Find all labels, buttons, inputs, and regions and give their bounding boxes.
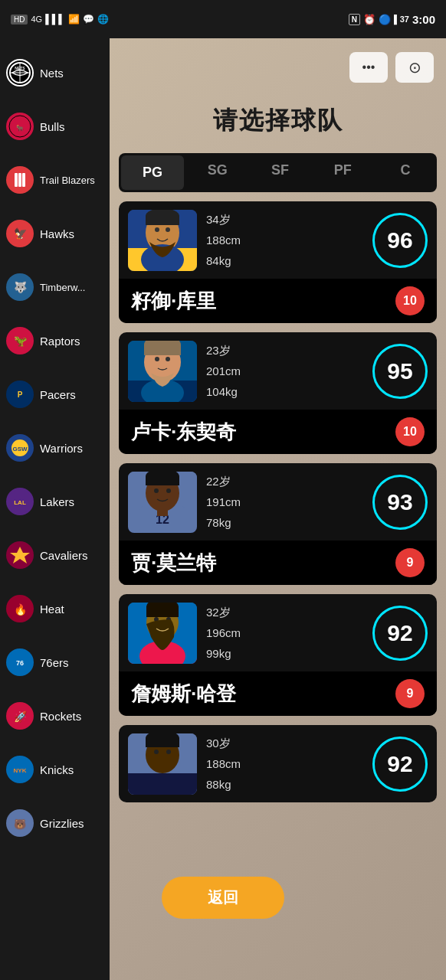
- sidebar-item-timberwolves[interactable]: 🐺 Timberw...: [0, 260, 110, 314]
- player-card-doncic[interactable]: 23岁 201cm 104kg 95 卢卡·东契奇 10: [119, 332, 437, 454]
- sidebar-item-heat[interactable]: 🔥 Heat: [0, 582, 110, 635]
- last-age: 30岁: [206, 733, 363, 753]
- cavaliers-logo: [6, 541, 34, 569]
- sidebar-item-raptors[interactable]: 🦖 Raptors: [0, 314, 110, 368]
- sidebar-item-rockets[interactable]: 🚀 Rockets: [0, 689, 110, 743]
- tab-pg[interactable]: PG: [121, 155, 184, 190]
- pacers-logo: P: [6, 381, 34, 408]
- nets-label: Nets: [40, 67, 64, 80]
- top-actions: ••• ⊙: [110, 46, 446, 89]
- svg-point-49: [166, 357, 170, 361]
- morant-top: 12 22岁 191cm: [119, 463, 437, 541]
- tab-c[interactable]: C: [374, 153, 437, 192]
- position-tabs: PG SG SF PF C: [119, 153, 437, 192]
- return-button[interactable]: 返回: [162, 877, 284, 919]
- menu-button[interactable]: •••: [349, 52, 388, 83]
- tab-sg[interactable]: SG: [186, 153, 249, 192]
- blazers-label: Trail Blazers: [40, 175, 95, 186]
- sidebar-item-bulls[interactable]: 🐂 Bulls: [0, 100, 110, 153]
- curry-stats: 34岁 188cm 84kg: [206, 209, 363, 271]
- svg-text:🚀: 🚀: [14, 710, 28, 724]
- svg-point-72: [166, 750, 171, 754]
- morant-height: 191cm: [206, 492, 363, 512]
- doncic-bottom: 卢卡·东契奇 10: [119, 410, 437, 454]
- sidebar-item-nets[interactable]: NETS Nets: [0, 46, 110, 100]
- sidebar-item-pacers[interactable]: P Pacers: [0, 368, 110, 421]
- status-bar: HD 4G ▌▌▌ 📶 💬 🌐 N ⏰ 🔵 ▌37 3:00: [0, 0, 446, 38]
- player-card-curry[interactable]: 34岁 188cm 84kg 96 籽御·库里 10: [119, 201, 437, 323]
- status-right: N ⏰ 🔵 ▌37 3:00: [349, 13, 435, 26]
- menu-icon: •••: [362, 60, 375, 74]
- heat-logo: 🔥: [6, 595, 34, 622]
- last-top: 30岁 188cm 88kg 92: [119, 725, 437, 802]
- raptors-label: Raptors: [40, 335, 80, 348]
- sidebar-item-76ers[interactable]: 76 76ers: [0, 635, 110, 689]
- sidebar-item-knicks[interactable]: NYK Knicks: [0, 743, 110, 796]
- svg-rect-43: [146, 216, 179, 225]
- curry-name: 籽御·库里: [131, 288, 216, 315]
- time-display: 3:00: [412, 13, 435, 26]
- player-card-last[interactable]: 30岁 188cm 88kg 92: [119, 725, 437, 802]
- alarm-icon: ⏰: [363, 14, 375, 25]
- doncic-rating: 95: [372, 344, 428, 399]
- last-rating: 92: [372, 737, 428, 792]
- sidebar-item-warriors[interactable]: GSW Warriors: [0, 421, 110, 475]
- harden-height: 196cm: [206, 622, 363, 643]
- curry-weight: 84kg: [206, 250, 363, 271]
- nets-logo: NETS: [6, 59, 34, 87]
- browser-icon: 🌐: [97, 14, 109, 24]
- wifi-icon: 📶: [68, 14, 80, 24]
- doncic-weight: 104kg: [206, 381, 363, 402]
- svg-point-48: [155, 357, 159, 361]
- player-card-harden[interactable]: 32岁 196cm 99kg 92 詹姆斯·哈登 9: [119, 594, 437, 716]
- grizzlies-logo: 🐻: [6, 809, 34, 837]
- harden-top: 32岁 196cm 99kg 92: [119, 594, 437, 671]
- last-height: 188cm: [206, 753, 363, 774]
- grizzlies-label: Grizzlies: [40, 817, 84, 830]
- doncic-stats: 23岁 201cm 104kg: [206, 340, 363, 402]
- harden-photo: [128, 603, 197, 664]
- blazers-logo: [6, 166, 34, 194]
- morant-number: 9: [395, 548, 425, 577]
- svg-point-41: [166, 227, 170, 232]
- curry-bottom: 籽御·库里 10: [119, 279, 437, 323]
- last-photo: [128, 733, 197, 795]
- hd-badge: HD: [11, 15, 28, 24]
- knicks-label: Knicks: [40, 763, 74, 776]
- sidebar-item-cavaliers[interactable]: Cavaliers: [0, 528, 110, 582]
- camera-button[interactable]: ⊙: [395, 52, 434, 83]
- tab-pf[interactable]: PF: [311, 153, 374, 192]
- svg-rect-74: [146, 738, 179, 747]
- harden-stats: 32岁 196cm 99kg: [206, 602, 363, 664]
- doncic-age: 23岁: [206, 340, 363, 361]
- harden-bottom: 詹姆斯·哈登 9: [119, 671, 437, 716]
- morant-age: 22岁: [206, 471, 363, 492]
- player-card-morant[interactable]: 12 22岁 191cm: [119, 463, 437, 585]
- sidebar-item-lakers[interactable]: LAL Lakers: [0, 475, 110, 528]
- main-container: NETS Nets 🐂 Bulls: [0, 38, 446, 980]
- last-weight: 88kg: [206, 774, 363, 795]
- harden-age: 32岁: [206, 602, 363, 622]
- knicks-logo: NYK: [6, 756, 34, 783]
- curry-height: 188cm: [206, 230, 363, 250]
- harden-name: 詹姆斯·哈登: [131, 681, 236, 707]
- nfc-icon: N: [349, 14, 360, 25]
- timberwolves-logo: 🐺: [6, 273, 34, 301]
- svg-point-40: [155, 227, 159, 232]
- morant-photo: 12: [128, 472, 197, 533]
- morant-stats: 22岁 191cm 78kg: [206, 471, 363, 533]
- doncic-photo: [128, 341, 197, 402]
- pacers-label: Pacers: [40, 388, 76, 401]
- sidebar-item-grizzlies[interactable]: 🐻 Grizzlies: [0, 796, 110, 850]
- warriors-label: Warriors: [40, 442, 83, 455]
- sidebar-item-hawks[interactable]: 🦅 Hawks: [0, 207, 110, 260]
- harden-weight: 99kg: [206, 643, 363, 664]
- sidebar-item-blazers[interactable]: Trail Blazers: [0, 153, 110, 207]
- svg-text:NETS: NETS: [15, 66, 25, 70]
- raptors-logo: 🦖: [6, 327, 34, 354]
- svg-text:NYK: NYK: [14, 767, 27, 774]
- hawks-logo: 🦅: [6, 220, 34, 247]
- tab-sf[interactable]: SF: [249, 153, 312, 192]
- svg-point-56: [154, 488, 159, 493]
- morant-bottom: 贾·莫兰特 9: [119, 541, 437, 585]
